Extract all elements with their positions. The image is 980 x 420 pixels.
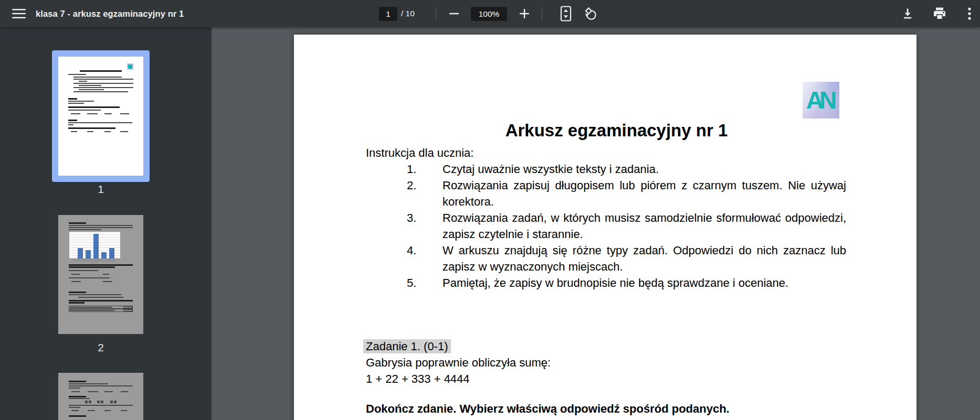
toolbar-divider [542,7,542,20]
task-instruction-bold: Dokończ zdanie. Wybierz właściwą odpowie… [366,401,846,417]
list-item: 4. W arkuszu znajdują się różne typy zad… [366,242,846,275]
thumbnail-page-3[interactable] [58,373,143,420]
thumbnail-label-2: 2 [52,341,150,354]
publisher-logo-text: AN [806,82,833,119]
zoom-in-button[interactable] [513,2,536,25]
list-item: 5. Pamiętaj, że zapisy w brudnopisie nie… [366,275,846,291]
thumbnail-page-2[interactable] [58,215,143,334]
list-item-number: 2. [407,177,416,193]
task-sum-line: 1 + 22 + 333 + 4444 [366,371,846,387]
list-item-number: 4. [407,242,416,259]
task-1-block: Zadanie 1. (0-1) Gabrysia poprawnie obli… [366,338,846,417]
list-item-text: korektora. [442,193,846,210]
rotate-button[interactable] [579,2,603,25]
toolbar-divider [436,7,436,20]
zoom-out-button[interactable] [442,2,466,25]
list-item: 1. Czytaj uważnie wszystkie teksty i zad… [366,161,846,177]
thumbnail-label-1: 1 [52,183,150,196]
task-heading-row: Zadanie 1. (0-1) [366,338,846,354]
list-item-text: Czytaj uważnie wszystkie teksty i zadani… [442,161,846,177]
exam-title: Arkusz egzaminacyjny nr 1 [366,121,846,141]
list-item-number: 5. [407,275,416,291]
print-button[interactable] [928,2,951,25]
fit-to-page-button[interactable] [554,2,577,25]
list-item-text: Rozwiązania zapisuj długopisem lub pióre… [442,177,846,193]
instructions-block: Instrukcja dla ucznia: 1. Czytaj uważnie… [366,145,846,291]
list-item-text: Pamiętaj, że zapisy w brudnopisie nie bę… [442,275,846,291]
more-options-icon [968,7,971,20]
download-icon [901,7,914,20]
list-item-text: zapisz czytelnie i starannie. [442,226,846,242]
pdf-viewer-window: klasa 7 - arkusz egzaminacyjny nr 1 / 10… [0,0,980,420]
zoom-in-icon [519,8,530,19]
task-text-line: Gabrysia poprawnie obliczyła sumę: [366,354,846,371]
list-item-text: zapisz w wyznaczonych miejscach. [442,259,846,275]
list-item-text: Rozwiązania zadań, w których musisz samo… [442,210,846,226]
task-heading: Zadanie 1. (0-1) [363,339,451,353]
zoom-out-icon [449,8,459,19]
page-count-label: / 10 [401,0,415,27]
list-item-number: 3. [407,210,416,226]
list-item-number: 1. [407,161,416,177]
publisher-logo: AN [803,82,839,119]
list-item-text: W arkuszu znajdują się różne typy zadań.… [442,242,846,259]
page-number-input[interactable] [379,7,397,21]
more-options-button[interactable] [958,2,980,25]
thumbnail-sidebar: 1 2 [0,27,212,420]
zoom-level-field[interactable]: 100% [471,7,507,21]
document-viewport[interactable]: AN Arkusz egzaminacyjny nr 1 Instrukcja … [225,27,980,420]
thumbnail-page-1-preview [58,57,143,176]
rotate-icon [584,6,598,21]
instructions-heading: Instrukcja dla ucznia: [366,145,846,161]
print-icon [933,7,946,20]
toolbar-page-controls: / 10 100% [0,0,980,27]
pdf-toolbar: klasa 7 - arkusz egzaminacyjny nr 1 / 10… [0,0,980,27]
pdf-page-1: AN Arkusz egzaminacyjny nr 1 Instrukcja … [294,35,916,420]
thumbnail-page-1[interactable] [52,50,150,182]
download-button[interactable] [896,2,919,25]
list-item: 3. Rozwiązania zadań, w których musisz s… [366,210,846,242]
list-item: 2. Rozwiązania zapisuj długopisem lub pi… [366,177,846,210]
fit-to-page-icon [560,6,572,21]
